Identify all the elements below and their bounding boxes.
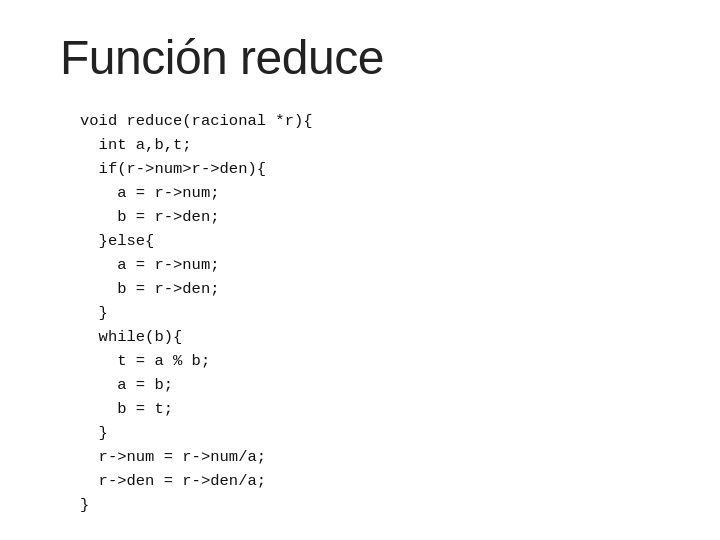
slide-title: Función reduce	[60, 30, 384, 85]
slide-container: Función reduce void reduce(racional *r){…	[0, 0, 720, 540]
code-block: void reduce(racional *r){ int a,b,t; if(…	[80, 109, 313, 517]
